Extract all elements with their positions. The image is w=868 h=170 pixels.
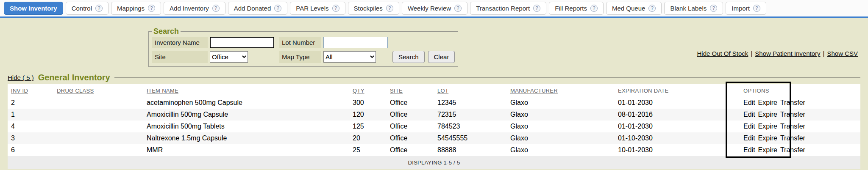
map-type-select[interactable]: All <box>323 51 376 63</box>
tab-label: Show Inventory <box>10 5 57 12</box>
transfer-link[interactable]: Transfer <box>780 111 805 118</box>
expire-link[interactable]: Expire <box>758 99 777 106</box>
cell-expiration-date: 01-10-2030 <box>615 132 740 144</box>
help-icon[interactable]: ? <box>212 5 220 12</box>
cell-qty: 125 <box>349 121 387 132</box>
help-icon[interactable]: ? <box>332 5 339 12</box>
tab-control[interactable]: Control ? <box>66 2 108 15</box>
tab-med-queue[interactable]: Med Queue ? <box>606 2 662 15</box>
help-icon[interactable]: ? <box>454 5 462 12</box>
tab-label: Add Donated <box>234 5 271 12</box>
cell-site: Office <box>387 109 434 121</box>
tab-label: PAR Levels <box>296 5 328 12</box>
cell-manufacturer: Glaxo <box>507 144 615 156</box>
inventory-name-label: Inventory Name <box>152 37 208 48</box>
col-header-expiration-date: EXPIRATION DATE <box>615 84 740 97</box>
cell-manufacturer: Glaxo <box>507 109 615 121</box>
help-icon[interactable]: ? <box>274 5 281 12</box>
cell-site: Office <box>387 97 434 109</box>
header-divider <box>114 77 860 78</box>
lot-number-input[interactable] <box>323 37 388 48</box>
expire-link[interactable]: Expire <box>758 111 777 118</box>
help-icon[interactable]: ? <box>590 5 598 12</box>
cell-item-name: MMR <box>143 144 349 156</box>
transfer-link[interactable]: Transfer <box>780 99 805 106</box>
tab-blank-labels[interactable]: Blank Labels ? <box>664 2 723 15</box>
cell-manufacturer: Glaxo <box>507 132 615 144</box>
col-header-manufacturer[interactable]: MANUFACTURER <box>507 84 615 97</box>
cell-drug-class <box>53 109 143 121</box>
cell-drug-class <box>53 121 143 132</box>
col-header-site[interactable]: SITE <box>387 84 434 97</box>
edit-link[interactable]: Edit <box>743 146 755 154</box>
inventory-name-input[interactable] <box>210 37 274 48</box>
cell-lot: 784523 <box>434 121 507 132</box>
cell-manufacturer: Glaxo <box>507 121 615 132</box>
tab-transaction-report[interactable]: Transaction Report ? <box>470 2 546 15</box>
edit-link[interactable]: Edit <box>743 123 755 130</box>
tab-weekly-review[interactable]: Weekly Review ? <box>402 2 467 15</box>
tab-fill-reports[interactable]: Fill Reports ? <box>549 2 604 15</box>
transfer-link[interactable]: Transfer <box>780 134 805 142</box>
cell-lot: 54545555 <box>434 132 507 144</box>
expire-link[interactable]: Expire <box>758 146 777 154</box>
cell-expiration-date: 08-01-2016 <box>615 109 740 121</box>
help-icon[interactable]: ? <box>533 5 540 12</box>
col-header-options: OPTIONS <box>740 84 860 97</box>
search-button[interactable]: Search <box>392 51 425 63</box>
help-icon[interactable]: ? <box>148 5 155 12</box>
tab-label: Mappings <box>117 5 145 12</box>
help-icon[interactable]: ? <box>648 5 656 12</box>
link-separator: | <box>751 50 752 57</box>
table-row: 3 Naltrexone 1.5mg Capsule 20 Office 545… <box>8 132 860 144</box>
col-header-lot[interactable]: LOT <box>434 84 507 97</box>
edit-link[interactable]: Edit <box>743 99 755 106</box>
edit-link[interactable]: Edit <box>743 111 755 118</box>
site-select[interactable]: Office <box>210 51 248 63</box>
cell-qty: 25 <box>349 144 387 156</box>
site-label: Site <box>152 51 208 63</box>
expire-link[interactable]: Expire <box>758 123 777 130</box>
cell-inv-id: 6 <box>8 144 53 156</box>
cell-qty: 120 <box>349 109 387 121</box>
tab-mappings[interactable]: Mappings ? <box>111 2 161 15</box>
tab-show-inventory[interactable]: Show Inventory <box>4 2 63 15</box>
tab-add-inventory[interactable]: Add Inventory ? <box>164 2 225 15</box>
lot-number-label: Lot Number <box>279 37 321 48</box>
cell-manufacturer: Glaxo <box>507 97 615 109</box>
help-icon[interactable]: ? <box>386 5 393 12</box>
transfer-link[interactable]: Transfer <box>780 123 805 130</box>
col-header-item-name[interactable]: ITEM NAME <box>143 84 349 97</box>
edit-link[interactable]: Edit <box>743 134 755 142</box>
col-header-inv-id[interactable]: INV ID <box>8 84 53 97</box>
hide-out-of-stock-link[interactable]: Hide Out Of Stock <box>697 50 748 57</box>
inventory-table-container: INV ID DRUG CLASS ITEM NAME QTY SITE LOT… <box>8 84 860 169</box>
cell-inv-id: 1 <box>8 109 53 121</box>
tab-add-donated[interactable]: Add Donated ? <box>228 2 288 15</box>
col-header-qty[interactable]: QTY <box>349 84 387 97</box>
table-row: 1 Amoxicillin 500mg Capsule 120 Office 7… <box>8 109 860 121</box>
hide-section-link[interactable]: Hide ( 5 ) <box>8 74 34 81</box>
cell-site: Office <box>387 132 434 144</box>
inventory-table: INV ID DRUG CLASS ITEM NAME QTY SITE LOT… <box>8 84 860 169</box>
search-panel-title: Search <box>152 27 181 36</box>
clear-button[interactable]: Clear <box>428 51 455 63</box>
tab-import[interactable]: Import ? <box>726 2 766 15</box>
tab-label: Add Inventory <box>170 5 209 12</box>
help-icon[interactable]: ? <box>753 5 760 12</box>
tab-par-levels[interactable]: PAR Levels ? <box>290 2 345 15</box>
cell-qty: 300 <box>349 97 387 109</box>
cell-inv-id: 3 <box>8 132 53 144</box>
cell-options: EditExpireTransfer <box>740 121 860 132</box>
cell-site: Office <box>387 144 434 156</box>
show-csv-link[interactable]: Show CSV <box>827 50 858 57</box>
table-header-row: INV ID DRUG CLASS ITEM NAME QTY SITE LOT… <box>8 84 860 97</box>
help-icon[interactable]: ? <box>95 5 103 12</box>
expire-link[interactable]: Expire <box>758 134 777 142</box>
help-icon[interactable]: ? <box>710 5 717 12</box>
col-header-drug-class[interactable]: DRUG CLASS <box>53 84 143 97</box>
transfer-link[interactable]: Transfer <box>780 146 805 154</box>
show-patient-inventory-link[interactable]: Show Patient Inventory <box>755 50 820 57</box>
table-footer-row: DISPLAYING 1-5 / 5 <box>8 156 860 169</box>
tab-stockpiles[interactable]: Stockpiles ? <box>348 2 399 15</box>
